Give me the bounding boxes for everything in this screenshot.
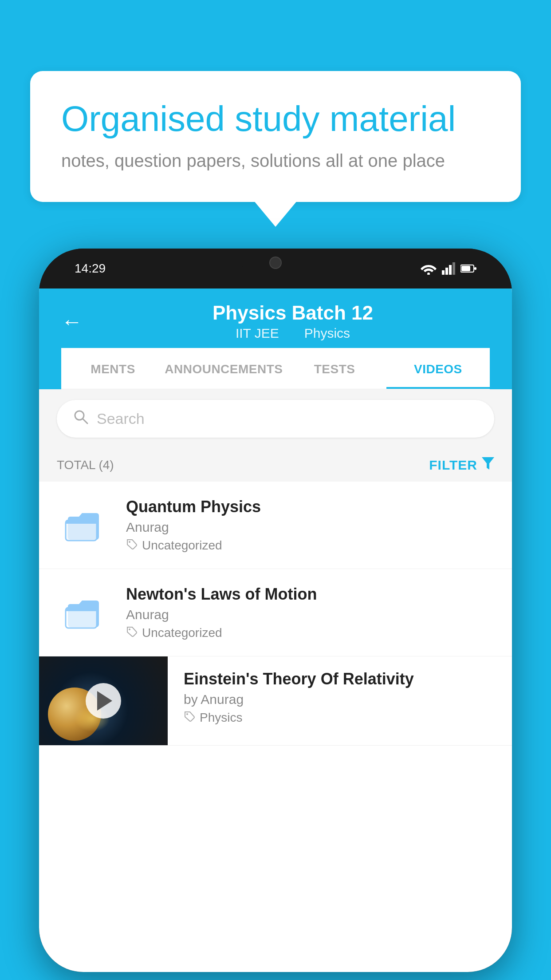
svg-rect-7 <box>474 267 476 270</box>
folder-icon <box>57 585 110 638</box>
list-item[interactable]: Quantum Physics Anurag Uncategorized <box>39 482 512 569</box>
search-bar[interactable]: Search <box>57 400 494 438</box>
item-tag: Uncategorized <box>126 538 494 553</box>
tab-announcements[interactable]: ANNOUNCEMENTS <box>165 348 283 389</box>
speech-bubble: Organised study material notes, question… <box>30 71 521 202</box>
svg-rect-4 <box>453 262 455 275</box>
app-header: ← Physics Batch 12 IIT JEE Physics MENTS <box>39 288 512 389</box>
filter-button[interactable]: FILTER <box>429 457 494 473</box>
filter-label: FILTER <box>429 458 477 473</box>
tab-tests[interactable]: TESTS <box>283 348 386 389</box>
search-container: Search <box>39 389 512 448</box>
status-bar: 14:29 <box>39 249 512 288</box>
list-item-content: Newton's Laws of Motion Anurag Uncategor… <box>126 585 494 640</box>
status-time: 14:29 <box>75 261 106 276</box>
tabs: MENTS ANNOUNCEMENTS TESTS VIDEOS <box>61 348 490 389</box>
tag-icon <box>184 711 195 725</box>
svg-rect-6 <box>461 266 470 271</box>
speech-bubble-title: Organised study material <box>61 98 490 140</box>
svg-point-20 <box>129 628 130 630</box>
video-title: Einstein's Theory Of Relativity <box>184 670 499 688</box>
wifi-icon <box>421 262 437 275</box>
search-icon <box>73 409 89 429</box>
item-author: Anurag <box>126 607 494 622</box>
tag-icon <box>126 626 138 640</box>
tab-ments[interactable]: MENTS <box>61 348 165 389</box>
total-count: TOTAL (4) <box>57 458 114 472</box>
video-author: by Anurag <box>184 692 499 707</box>
header-subtitle: IIT JEE Physics <box>96 326 490 341</box>
item-title: Quantum Physics <box>126 498 494 516</box>
list-item[interactable]: Newton's Laws of Motion Anurag Uncategor… <box>39 569 512 656</box>
filter-funnel-icon <box>482 457 494 473</box>
header-subtitle-iitjee: IIT JEE <box>236 326 279 340</box>
svg-line-9 <box>83 419 87 423</box>
status-icons <box>421 262 476 275</box>
content-list: Quantum Physics Anurag Uncategorized <box>39 482 512 746</box>
header-title-block: Physics Batch 12 IIT JEE Physics <box>96 302 490 341</box>
play-button[interactable] <box>86 683 121 719</box>
phone-camera <box>269 257 282 269</box>
video-tag-text: Physics <box>200 711 242 725</box>
tag-icon <box>126 538 138 553</box>
video-thumbnail <box>39 656 168 745</box>
item-tag-text: Uncategorized <box>142 626 222 640</box>
svg-rect-3 <box>449 265 452 275</box>
phone-notch <box>240 249 311 275</box>
svg-point-0 <box>427 273 430 275</box>
list-item-video[interactable]: Einstein's Theory Of Relativity by Anura… <box>39 656 512 746</box>
item-tag: Uncategorized <box>126 626 494 640</box>
speech-bubble-subtitle: notes, question papers, solutions all at… <box>61 151 490 171</box>
item-author: Anurag <box>126 520 494 535</box>
header-title: Physics Batch 12 <box>96 302 490 324</box>
battery-icon <box>460 264 476 273</box>
svg-point-16 <box>129 541 130 543</box>
phone-screen: ← Physics Batch 12 IIT JEE Physics MENTS <box>39 288 512 972</box>
svg-rect-2 <box>445 268 448 275</box>
svg-marker-10 <box>482 457 494 470</box>
svg-rect-1 <box>442 270 445 275</box>
item-title: Newton's Laws of Motion <box>126 585 494 604</box>
svg-point-21 <box>186 713 188 715</box>
signal-icon <box>442 262 455 275</box>
search-placeholder: Search <box>97 410 145 427</box>
play-triangle-icon <box>97 691 112 711</box>
video-item-content: Einstein's Theory Of Relativity by Anura… <box>168 656 512 738</box>
header-nav: ← Physics Batch 12 IIT JEE Physics <box>61 302 490 341</box>
phone-frame: 14:29 <box>39 249 512 972</box>
video-tag: Physics <box>184 711 499 725</box>
folder-icon <box>57 498 110 551</box>
filter-row: TOTAL (4) FILTER <box>39 448 512 482</box>
back-button[interactable]: ← <box>61 309 83 334</box>
item-tag-text: Uncategorized <box>142 538 222 553</box>
tab-videos[interactable]: VIDEOS <box>386 348 490 389</box>
header-subtitle-physics: Physics <box>304 326 350 340</box>
list-item-content: Quantum Physics Anurag Uncategorized <box>126 498 494 553</box>
header-subtitle-separator <box>290 326 297 340</box>
